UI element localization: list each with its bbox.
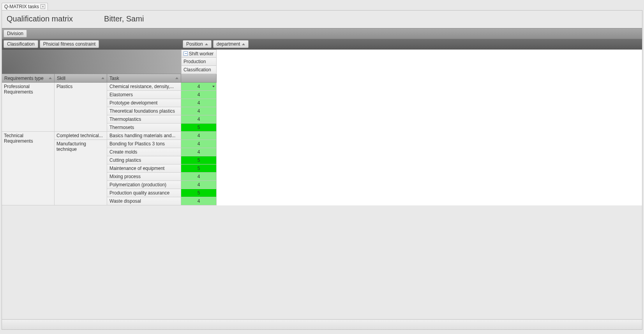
value-cell[interactable]: 4 (181, 197, 217, 205)
division-chip[interactable]: Division (4, 30, 27, 37)
task-cell[interactable]: Elastomers (107, 91, 181, 99)
right-header-department[interactable]: Production (181, 58, 217, 66)
column-header-label: Requirements type (4, 76, 44, 81)
value-cell[interactable]: 5 (181, 189, 217, 197)
value-column: 444445444554454 (181, 83, 217, 205)
value-cell[interactable]: 5 (181, 164, 217, 173)
tab-qmatrix[interactable]: Q-MATRIX tasks × (2, 3, 48, 10)
skill-cell: Plastics (55, 83, 107, 132)
value-cell[interactable]: 4 (181, 173, 217, 181)
column-header-task[interactable]: Task (107, 74, 181, 82)
task-cell[interactable]: Create molds (107, 148, 181, 156)
value-cell[interactable]: 4 (181, 99, 217, 107)
tab-label: Q-MATRIX tasks (4, 4, 39, 9)
filter-chip-label: Phsicial fitness constraint (43, 41, 96, 47)
task-cell[interactable]: Polymerization (production) (107, 181, 181, 189)
sort-asc-icon (242, 43, 245, 45)
filter-chip-label: department (217, 41, 240, 47)
task-cell[interactable]: Chemical resistance, density,... (107, 83, 181, 91)
right-column-header-row (181, 74, 217, 83)
skill-cell: Completed technical... (55, 132, 107, 140)
filter-chip-label: Position (186, 41, 203, 47)
right-header-position[interactable]: ‒ Shift worker (181, 49, 217, 58)
task-cell[interactable]: Production quality assurance (107, 189, 181, 197)
right-header-classification[interactable]: Classification (181, 66, 217, 74)
left-columns: Requirements type Skill Task Professiona… (2, 49, 181, 205)
filter-left-group: Classification Phsicial fitness constrai… (2, 39, 181, 49)
title-bar: Qualification matrix Bitter, Sami (2, 11, 642, 28)
filter-chip-label: Classification (7, 41, 35, 47)
filter-chip-position[interactable]: Position (183, 40, 212, 48)
sort-asc-icon (205, 43, 208, 45)
skill-cell: Manufacturing technique (55, 140, 107, 205)
right-column-header-blank (181, 74, 217, 82)
value-cell[interactable]: 5 (181, 156, 217, 164)
page-title: Qualification matrix (7, 14, 73, 23)
right-header-label: Production (183, 59, 206, 64)
reqtype-cell: Technical Requirements (2, 132, 55, 205)
left-header-spacer (2, 49, 181, 74)
filter-chip-department[interactable]: department (213, 40, 249, 48)
right-columns: ‒ Shift worker Production Classification… (181, 49, 217, 205)
column-header-skill[interactable]: Skill (55, 74, 107, 82)
person-name: Bitter, Sami (104, 14, 144, 23)
tab-bar: Q-MATRIX tasks × (2, 2, 642, 10)
division-chip-label: Division (7, 31, 23, 36)
right-header-label: Shift worker (189, 51, 213, 57)
sort-asc-icon (175, 77, 178, 79)
division-bar: Division (2, 28, 642, 39)
filter-row: Classification Phsicial fitness constrai… (2, 39, 642, 49)
column-header-label: Skill (57, 76, 65, 81)
column-header-label: Task (109, 76, 119, 81)
reqtype-column: Professional RequirementsTechnical Requi… (2, 83, 55, 205)
task-cell[interactable]: Mixing process (107, 173, 181, 181)
task-cell[interactable]: Cutting plastics (107, 156, 181, 164)
value-cell[interactable]: 5 (181, 124, 217, 132)
task-cell[interactable]: Theoretical foundations plastics (107, 107, 181, 115)
sort-asc-icon (101, 77, 104, 79)
task-cell[interactable]: Basics handling materials and... (107, 132, 181, 140)
task-column: Chemical resistance, density,...Elastome… (107, 83, 181, 205)
left-body: Professional RequirementsTechnical Requi… (2, 83, 181, 205)
right-header-label: Classification (183, 67, 211, 72)
value-cell[interactable]: 4 (181, 148, 217, 156)
filter-chip-classification[interactable]: Classification (4, 40, 38, 48)
value-cell[interactable]: 4 (181, 83, 217, 91)
value-cell[interactable]: 4 (181, 115, 217, 124)
close-icon[interactable]: × (41, 4, 45, 9)
right-header-stack: ‒ Shift worker Production Classification (181, 49, 217, 74)
filter-right-group: Position department (181, 39, 250, 49)
value-cell[interactable]: 4 (181, 181, 217, 189)
footer-bar (2, 319, 642, 329)
task-cell[interactable]: Thermosets (107, 124, 181, 132)
sort-asc-icon (49, 77, 52, 79)
value-cell[interactable]: 4 (181, 140, 217, 148)
value-cell[interactable]: 4 (181, 91, 217, 99)
value-cell[interactable]: 4 (181, 107, 217, 115)
filter-chip-physical-fitness[interactable]: Phsicial fitness constraint (40, 40, 99, 48)
column-header-reqtype[interactable]: Requirements type (2, 74, 55, 82)
task-cell[interactable]: Bonding for Plastics 3 tons (107, 140, 181, 148)
task-cell[interactable]: Maintenance of equipment (107, 164, 181, 173)
main-panel: Qualification matrix Bitter, Sami Divisi… (2, 10, 642, 330)
task-cell[interactable]: Prototype development (107, 99, 181, 107)
value-cell[interactable]: 4 (181, 132, 217, 140)
task-cell[interactable]: Thermoplastics (107, 115, 181, 124)
skill-column: PlasticsCompleted technical...Manufactur… (55, 83, 107, 205)
column-header-row: Requirements type Skill Task (2, 74, 181, 83)
task-cell[interactable]: Waste disposal (107, 197, 181, 205)
collapse-icon[interactable]: ‒ (183, 51, 188, 56)
reqtype-cell: Professional Requirements (2, 83, 55, 132)
grid: Requirements type Skill Task Professiona… (2, 49, 642, 205)
